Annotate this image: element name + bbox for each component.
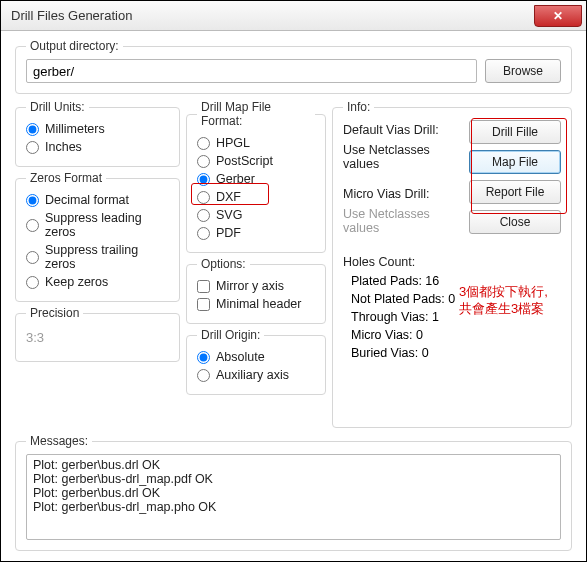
precision-group: Precision 3:3 <box>15 306 180 362</box>
label-hpgl: HPGL <box>216 136 250 150</box>
close-button[interactable]: Close <box>469 210 561 234</box>
dialog-window: Drill Files Generation ✕ Output director… <box>0 0 587 562</box>
info-group: Info: Default Vias Drill: Use Netclasses… <box>332 100 572 428</box>
precision-legend: Precision <box>26 306 83 320</box>
report-file-button[interactable]: Report File <box>469 180 561 204</box>
message-line: Plot: gerber\bus.drl OK <box>33 458 554 472</box>
map-svg[interactable]: SVG <box>197 206 315 224</box>
holes-not-plated-pads: Not Plated Pads: 0 <box>351 290 461 308</box>
map-file-button[interactable]: Map File <box>469 150 561 174</box>
output-directory-input[interactable] <box>26 59 477 83</box>
drill-units-group: Drill Units: Millimeters Inches <box>15 100 180 167</box>
map-format-legend: Drill Map File Format: <box>197 100 315 128</box>
radio-decimal[interactable] <box>26 194 39 207</box>
map-dxf[interactable]: DXF <box>197 188 315 206</box>
label-mirror-y: Mirror y axis <box>216 279 284 293</box>
browse-button[interactable]: Browse <box>485 59 561 83</box>
label-decimal: Decimal format <box>45 193 129 207</box>
map-format-group: Drill Map File Format: HPGL PostScript G… <box>186 100 326 253</box>
window-close-button[interactable]: ✕ <box>534 5 582 27</box>
radio-millimeters[interactable] <box>26 123 39 136</box>
drill-origin-group: Drill Origin: Absolute Auxiliary axis <box>186 328 326 395</box>
map-pdf[interactable]: PDF <box>197 224 315 242</box>
output-directory-legend: Output directory: <box>26 39 123 53</box>
radio-gerber[interactable] <box>197 173 210 186</box>
holes-micro-vias: Micro Vias: 0 <box>351 326 461 344</box>
label-svg: SVG <box>216 208 242 222</box>
radio-dxf[interactable] <box>197 191 210 204</box>
map-hpgl[interactable]: HPGL <box>197 134 315 152</box>
label-suppress-leading: Suppress leading zeros <box>45 211 169 239</box>
messages-legend: Messages: <box>26 434 92 448</box>
checkbox-mirror-y[interactable] <box>197 280 210 293</box>
radio-svg[interactable] <box>197 209 210 222</box>
annotation-line-1: 3個都按下執行, <box>459 284 548 299</box>
holes-count-block: Holes Count: Plated Pads: 16 Not Plated … <box>343 252 461 362</box>
holes-plated-pads: Plated Pads: 16 <box>351 272 461 290</box>
label-auxiliary: Auxiliary axis <box>216 368 289 382</box>
annotation-line-2: 共會產生3檔案 <box>459 301 544 316</box>
option-minimal-header[interactable]: Minimal header <box>197 295 315 313</box>
option-mirror-y[interactable]: Mirror y axis <box>197 277 315 295</box>
options-group: Options: Mirror y axis Minimal header <box>186 257 326 324</box>
radio-suppress-trailing[interactable] <box>26 251 39 264</box>
checkbox-minimal-header[interactable] <box>197 298 210 311</box>
holes-count-header: Holes Count: <box>343 252 461 272</box>
message-line: Plot: gerber\bus.drl OK <box>33 486 554 500</box>
default-vias-drill-label: Default Vias Drill: <box>343 120 461 140</box>
message-line: Plot: gerber\bus-drl_map.pho OK <box>33 500 554 514</box>
radio-hpgl[interactable] <box>197 137 210 150</box>
label-dxf: DXF <box>216 190 241 204</box>
use-netclasses-1: Use Netclasses values <box>343 140 461 174</box>
map-gerber[interactable]: Gerber <box>197 170 315 188</box>
micro-vias-drill-label: Micro Vias Drill: <box>343 184 461 204</box>
label-inches: Inches <box>45 140 82 154</box>
output-directory-group: Output directory: Browse <box>15 39 572 94</box>
messages-box[interactable]: Plot: gerber\bus.drl OK Plot: gerber\bus… <box>26 454 561 540</box>
use-netclasses-2: Use Netclasses values <box>343 204 461 238</box>
options-legend: Options: <box>197 257 250 271</box>
annotation-text: 3個都按下執行, 共會產生3檔案 <box>459 284 569 318</box>
zeros-keep[interactable]: Keep zeros <box>26 273 169 291</box>
origin-absolute[interactable]: Absolute <box>197 348 315 366</box>
zeros-format-legend: Zeros Format <box>26 171 106 185</box>
drill-file-button[interactable]: Drill Fille <box>469 120 561 144</box>
zeros-format-group: Zeros Format Decimal format Suppress lea… <box>15 171 180 302</box>
drill-origin-legend: Drill Origin: <box>197 328 264 342</box>
radio-pdf[interactable] <box>197 227 210 240</box>
radio-absolute[interactable] <box>197 351 210 364</box>
drill-units-legend: Drill Units: <box>26 100 89 114</box>
close-icon: ✕ <box>553 9 563 23</box>
origin-auxiliary[interactable]: Auxiliary axis <box>197 366 315 384</box>
label-pdf: PDF <box>216 226 241 240</box>
label-absolute: Absolute <box>216 350 265 364</box>
zeros-suppress-trailing[interactable]: Suppress trailing zeros <box>26 241 169 273</box>
holes-through-vias: Through Vias: 1 <box>351 308 461 326</box>
label-minimal-header: Minimal header <box>216 297 301 311</box>
radio-inches[interactable] <box>26 141 39 154</box>
radio-auxiliary[interactable] <box>197 369 210 382</box>
holes-buried-vias: Buried Vias: 0 <box>351 344 461 362</box>
message-line: Plot: gerber\bus-drl_map.pdf OK <box>33 472 554 486</box>
zeros-decimal[interactable]: Decimal format <box>26 191 169 209</box>
client-area: Output directory: Browse Drill Units: Mi… <box>1 31 586 561</box>
window-title: Drill Files Generation <box>11 8 132 23</box>
messages-group: Messages: Plot: gerber\bus.drl OK Plot: … <box>15 434 572 551</box>
label-millimeters: Millimeters <box>45 122 105 136</box>
label-postscript: PostScript <box>216 154 273 168</box>
label-suppress-trailing: Suppress trailing zeros <box>45 243 169 271</box>
drill-units-millimeters[interactable]: Millimeters <box>26 120 169 138</box>
map-postscript[interactable]: PostScript <box>197 152 315 170</box>
info-legend: Info: <box>343 100 374 114</box>
zeros-suppress-leading[interactable]: Suppress leading zeros <box>26 209 169 241</box>
radio-keep-zeros[interactable] <box>26 276 39 289</box>
label-keep-zeros: Keep zeros <box>45 275 108 289</box>
radio-postscript[interactable] <box>197 155 210 168</box>
label-gerber: Gerber <box>216 172 255 186</box>
precision-value: 3:3 <box>26 326 169 351</box>
radio-suppress-leading[interactable] <box>26 219 39 232</box>
titlebar: Drill Files Generation ✕ <box>1 1 586 31</box>
drill-units-inches[interactable]: Inches <box>26 138 169 156</box>
